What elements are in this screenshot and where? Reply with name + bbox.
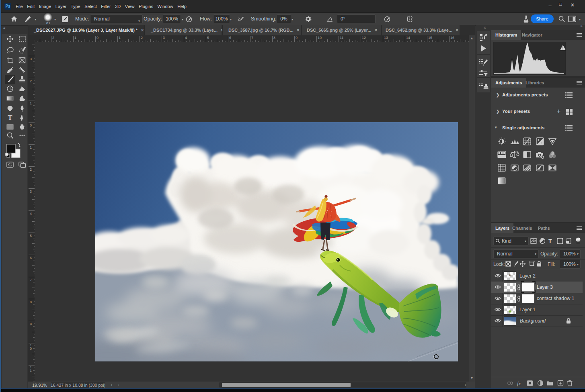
svg-text:6: 6 (30, 256, 32, 260)
svg-text:16: 16 (450, 36, 454, 40)
svg-text:T: T (548, 238, 552, 244)
svg-text:1: 1 (30, 101, 32, 105)
svg-text:11: 11 (340, 36, 343, 40)
svg-text:2: 2 (30, 79, 32, 83)
svg-text:4: 4 (30, 212, 32, 216)
svg-text:5: 5 (207, 36, 209, 40)
svg-text:13: 13 (384, 36, 388, 40)
svg-text:2: 2 (52, 36, 54, 40)
svg-text:2: 2 (141, 36, 143, 40)
svg-text:fx: fx (517, 380, 521, 386)
svg-text:3: 3 (30, 57, 32, 61)
svg-text:4: 4 (185, 36, 187, 40)
svg-text:5: 5 (30, 234, 32, 238)
svg-text:9: 9 (30, 322, 32, 326)
svg-text:3: 3 (163, 36, 165, 40)
svg-text:0: 0 (96, 36, 99, 40)
svg-text:6: 6 (229, 36, 231, 40)
svg-text:10: 10 (318, 36, 322, 40)
svg-text:1: 1 (30, 145, 32, 149)
svg-text:8: 8 (30, 300, 32, 304)
svg-text:1: 1 (30, 369, 32, 373)
svg-text:3: 3 (30, 190, 32, 194)
svg-text:15: 15 (428, 36, 432, 40)
svg-text:1: 1 (119, 36, 121, 40)
svg-text:1: 1 (74, 36, 76, 40)
svg-text:0: 0 (30, 347, 32, 351)
svg-text:12: 12 (362, 36, 366, 40)
svg-text:8: 8 (273, 36, 275, 40)
svg-text:7: 7 (251, 36, 253, 40)
svg-text:0: 0 (30, 123, 32, 127)
svg-text:9: 9 (296, 36, 298, 40)
svg-text:14: 14 (406, 36, 410, 40)
svg-text:7: 7 (30, 278, 32, 282)
svg-text:T: T (8, 114, 12, 121)
svg-text:2: 2 (30, 167, 32, 172)
